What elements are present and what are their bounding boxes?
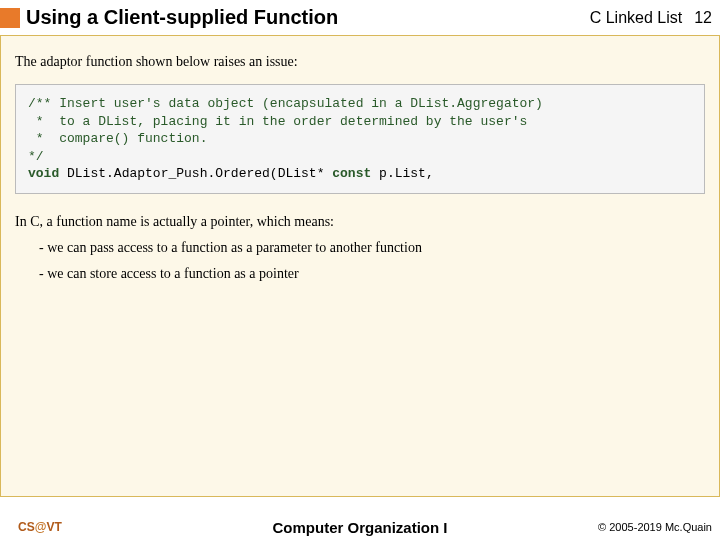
bullet-1: - we can pass access to a function as a … [39,240,705,256]
keyword-void: void [28,166,59,181]
footer-right: © 2005-2019 Mc.Quain [598,521,712,533]
code-comment-line4: */ [28,149,44,164]
code-block: /** Insert user's data object (encapsula… [15,84,705,194]
code-comment-line2: * to a DList, placing it in the order de… [28,114,527,129]
body-text: In C, a function name is actually a poin… [15,214,705,230]
footer-at: @ [35,520,47,534]
code-tail: p.List, [371,166,433,181]
code-comment-line3: * compare() function. [28,131,207,146]
slide-title: Using a Client-supplied Function [26,6,590,29]
page-number: 12 [694,9,712,27]
slide-header: Using a Client-supplied Function C Linke… [0,0,720,35]
bullet-2: - we can store access to a function as a… [39,266,705,282]
keyword-const: const [332,166,371,181]
content-area: The adaptor function shown below raises … [0,35,720,497]
intro-text: The adaptor function shown below raises … [15,54,705,70]
accent-block [0,8,20,28]
footer-left: CS@VT [18,520,62,534]
slide-footer: CS@VT Computer Organization I © 2005-201… [0,520,720,534]
footer-vt: VT [46,520,61,534]
code-fn: DList.Adaptor_Push.Ordered(DList* [59,166,332,181]
code-comment-line1: /** Insert user's data object (encapsula… [28,96,543,111]
slide-subtitle: C Linked List [590,9,683,27]
footer-cs: CS [18,520,35,534]
footer-center: Computer Organization I [272,519,447,536]
